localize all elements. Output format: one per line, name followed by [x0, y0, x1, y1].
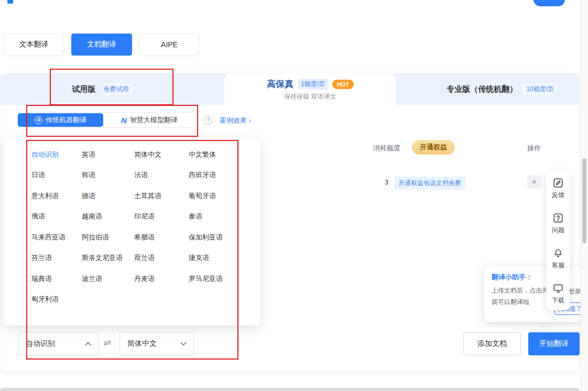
- language-option[interactable]: 瑞典语: [31, 274, 82, 284]
- hot-badge: HOT: [332, 80, 354, 89]
- language-option[interactable]: 斯洛文尼亚语: [82, 253, 134, 263]
- language-option[interactable]: 简体中文: [134, 150, 189, 159]
- language-option[interactable]: 丹麦语: [134, 274, 189, 284]
- question-icon: [552, 212, 564, 224]
- language-option[interactable]: 马来西亚语: [31, 233, 82, 242]
- language-option[interactable]: 阿拉伯语: [82, 233, 134, 242]
- language-option[interactable]: 捷克语: [189, 253, 260, 263]
- engine-option-llm[interactable]: N 智慧大模型翻译: [103, 113, 195, 127]
- toolbar-item-question[interactable]: 问题: [552, 212, 564, 235]
- trial-title: 试用版: [72, 84, 96, 94]
- select-value: 自动识别: [26, 339, 55, 349]
- language-option-auto[interactable]: 自动识别: [31, 150, 82, 159]
- language-option[interactable]: 西班牙语: [189, 170, 260, 180]
- language-option[interactable]: 印尼语: [134, 212, 189, 221]
- language-option[interactable]: 英语: [82, 150, 134, 159]
- language-option[interactable]: 德语: [82, 191, 134, 201]
- scrollbar-thumb[interactable]: [582, 158, 586, 243]
- language-option[interactable]: 葡萄牙语: [189, 191, 260, 201]
- language-option[interactable]: 罗马尼亚语: [189, 274, 260, 284]
- language-option[interactable]: 韩语: [82, 170, 134, 180]
- language-option[interactable]: 荷兰语: [134, 253, 189, 263]
- add-document-button[interactable]: 添加文档: [463, 332, 521, 355]
- engine-option-label: 传统机器翻译: [46, 115, 86, 125]
- toolbar-item-label: 问题: [552, 226, 564, 235]
- footer-edge: [0, 388, 580, 391]
- row-close-button[interactable]: ×: [527, 175, 541, 189]
- toolbar-item-feedback[interactable]: 反馈: [552, 177, 564, 200]
- source-language-select[interactable]: 自动识别: [18, 332, 99, 355]
- language-option[interactable]: 芬兰语: [31, 253, 82, 263]
- select-value: 简体中文: [127, 339, 157, 349]
- case-link[interactable]: 案例效果 ›: [220, 116, 251, 125]
- row-credits-value: 3: [385, 178, 388, 186]
- fidelity-subtitle: 保持排版 双语译文: [224, 92, 396, 101]
- help-icon[interactable]: ?: [203, 115, 213, 125]
- fidelity-price-badge: 1额度/页: [298, 79, 328, 90]
- trial-badge: 免费试用: [100, 84, 133, 95]
- translate-icon: 译: [35, 116, 42, 124]
- language-option[interactable]: 意大利语: [31, 191, 82, 201]
- language-option[interactable]: 越南语: [82, 212, 134, 221]
- chevron-down-icon: [180, 341, 187, 346]
- language-option[interactable]: 保加利亚语: [189, 233, 260, 242]
- fidelity-title: 高保真: [267, 78, 293, 90]
- feedback-icon: [552, 177, 564, 189]
- llm-icon: N: [121, 116, 127, 125]
- language-option[interactable]: 日语: [31, 170, 82, 180]
- chevron-up-icon: [84, 341, 92, 346]
- top-right-button[interactable]: [533, 0, 565, 6]
- engine-option-label: 智慧大模型翻译: [130, 115, 178, 125]
- language-option[interactable]: 波兰语: [82, 274, 134, 284]
- language-option[interactable]: 中文繁体: [189, 150, 260, 159]
- tab-document-translation[interactable]: 文档翻译: [71, 34, 132, 56]
- credits-column-header: 消耗额度: [373, 144, 400, 153]
- toolbar-item-label: 下载: [552, 296, 564, 305]
- language-option[interactable]: 土耳其语: [134, 191, 189, 201]
- start-translation-button[interactable]: 开始翻译: [528, 332, 580, 355]
- language-option[interactable]: 匈牙利语: [31, 295, 82, 304]
- target-language-select[interactable]: 简体中文: [119, 332, 194, 355]
- row-free-badge: 开通权益包该文档免费: [394, 177, 465, 190]
- monitor-icon: [552, 283, 564, 294]
- swap-icon[interactable]: ⇌: [103, 337, 111, 349]
- toolbar-item-label: 反馈: [552, 191, 564, 200]
- side-toolbar: 反馈 问题 客服 下载: [546, 171, 570, 310]
- engine-option-traditional[interactable]: 译 传统机器翻译: [18, 113, 103, 127]
- toolbar-item-download[interactable]: 下载: [552, 283, 564, 305]
- language-panel: 自动识别 英语 简体中文 中文繁体 日语 韩语 法语 西班牙语 意大利语 德语 …: [4, 139, 260, 325]
- plan-tab-fidelity[interactable]: 高保真 1额度/页 HOT 保持排版 双语译文: [224, 73, 396, 105]
- language-option[interactable]: 泰语: [189, 212, 260, 221]
- benefit-button[interactable]: 开通权益: [412, 140, 455, 155]
- tab-aipe[interactable]: AIPE: [139, 34, 199, 56]
- language-grid: 自动识别 英语 简体中文 中文繁体 日语 韩语 法语 西班牙语 意大利语 德语 …: [4, 139, 260, 310]
- pro-price-badge: 10额度/页: [522, 84, 558, 95]
- tab-text-translation[interactable]: 文本翻译: [4, 34, 63, 56]
- language-option[interactable]: 希腊语: [134, 233, 189, 242]
- logo-fragment: [7, 0, 13, 4]
- toolbar-item-support[interactable]: 客服: [552, 247, 564, 270]
- login-text-fragment: 登录: [569, 287, 581, 296]
- toolbar-item-label: 客服: [552, 261, 564, 270]
- language-option[interactable]: 法语: [134, 170, 189, 180]
- actions-column-header: 操作: [527, 144, 541, 153]
- pro-title: 专业版（传统机翻）: [447, 84, 517, 94]
- bell-icon: [552, 247, 564, 259]
- language-option[interactable]: 俄语: [31, 212, 82, 221]
- engine-toggle: 译 传统机器翻译 N 智慧大模型翻译: [17, 112, 197, 128]
- plan-tab-trial[interactable]: 试用版 免费试用: [39, 73, 165, 105]
- plan-tab-pro[interactable]: 专业版（传统机翻） 10额度/页: [431, 73, 573, 105]
